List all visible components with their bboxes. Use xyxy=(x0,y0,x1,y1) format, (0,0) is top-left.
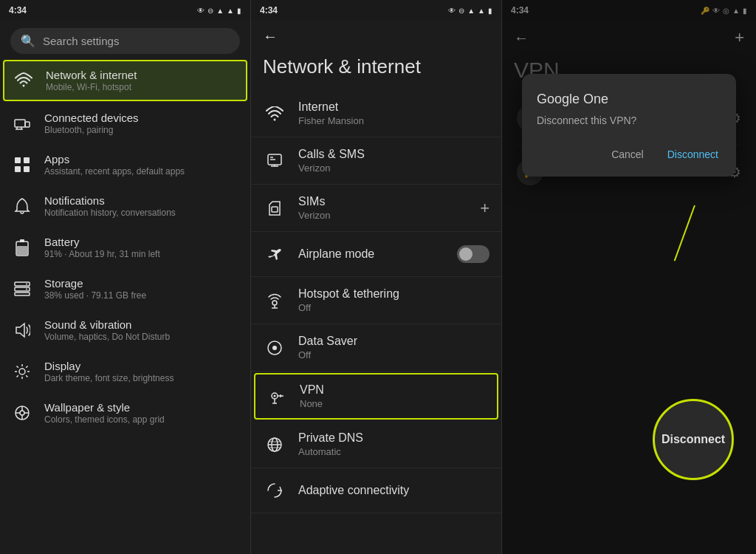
connected-devices-subtitle: Bluetooth, pairing xyxy=(44,125,238,135)
connected-devices-text: Connected devices Bluetooth, pairing xyxy=(44,112,238,135)
airplane-title: Airplane mode xyxy=(298,247,445,261)
svg-rect-2 xyxy=(25,122,30,127)
net-item-data-saver[interactable]: Data Saver Off xyxy=(251,324,501,372)
settings-item-connected-devices[interactable]: Connected devices Bluetooth, pairing xyxy=(0,103,250,144)
net-item-private-dns[interactable]: Private DNS Automatic xyxy=(251,421,501,468)
svg-rect-6 xyxy=(15,157,21,163)
sims-add-icon[interactable]: + xyxy=(480,199,489,218)
vpn-net-icon xyxy=(264,385,288,408)
wallpaper-icon xyxy=(12,403,32,423)
calls-title: Calls & SMS xyxy=(298,148,489,161)
private-dns-subtitle: Automatic xyxy=(298,446,489,457)
battery-title: Battery xyxy=(44,236,238,248)
sound-icon xyxy=(12,320,32,341)
net-item-internet[interactable]: Internet Fisher Mansion xyxy=(251,90,501,137)
sound-text: Sound & vibration Volume, haptics, Do No… xyxy=(44,318,238,342)
svg-marker-18 xyxy=(16,324,24,337)
notifications-subtitle: Notification history, conversations xyxy=(44,208,238,218)
notifications-title: Notifications xyxy=(44,194,238,207)
internet-subtitle: Fisher Mansion xyxy=(298,115,489,126)
status-icons-2: 👁 ⊖ ▲ ▲ ▮ xyxy=(448,7,492,15)
wallpaper-title: Wallpaper & style xyxy=(44,401,238,414)
sim-icon xyxy=(263,196,286,220)
adaptive-icon xyxy=(263,479,286,502)
adaptive-text: Adaptive connectivity xyxy=(298,484,489,497)
sims-title: SIMs xyxy=(298,195,468,208)
search-bar[interactable]: 🔍 Search settings xyxy=(10,28,240,54)
settings-item-notifications[interactable]: Notifications Notification history, conv… xyxy=(0,185,250,227)
settings-item-wallpaper[interactable]: Wallpaper & style Colors, themed icons, … xyxy=(0,392,250,434)
svg-rect-7 xyxy=(24,157,30,163)
storage-subtitle: 38% used · 79.11 GB free xyxy=(44,290,238,301)
internet-title: Internet xyxy=(298,100,489,114)
apps-text: Apps Assistant, recent apps, default app… xyxy=(44,153,238,177)
status-bar-1: 4:34 👁 ⊖ ▲ ▲ ▮ xyxy=(0,0,250,21)
svg-rect-12 xyxy=(17,246,27,255)
airplane-toggle[interactable] xyxy=(457,245,489,263)
apps-subtitle: Assistant, recent apps, default apps xyxy=(44,166,238,177)
apps-title: Apps xyxy=(44,153,238,165)
settings-item-storage[interactable]: Storage 38% used · 79.11 GB free xyxy=(0,268,250,310)
net-item-hotspot[interactable]: Hotspot & tethering Off xyxy=(251,277,501,324)
disconnect-annotation-circle: Disconnect xyxy=(653,399,734,480)
net-item-airplane[interactable]: Airplane mode xyxy=(251,232,501,277)
data-saver-icon xyxy=(263,336,286,360)
svg-point-41 xyxy=(272,301,277,305)
data-saver-text: Data Saver Off xyxy=(298,335,489,360)
notifications-icon xyxy=(12,196,32,216)
network-item-text: Network & internet Mobile, Wi-Fi, hotspo… xyxy=(46,69,237,92)
airplane-icon xyxy=(263,242,286,266)
notifications-text: Notifications Notification history, conv… xyxy=(44,194,238,218)
settings-item-apps[interactable]: Apps Assistant, recent apps, default app… xyxy=(0,144,250,185)
svg-point-16 xyxy=(26,284,27,285)
signal-icon: ▲ xyxy=(227,7,234,15)
svg-point-0 xyxy=(23,85,25,87)
data-saver-title: Data Saver xyxy=(298,335,489,348)
vpn-net-title: VPN xyxy=(300,383,488,397)
adaptive-title: Adaptive connectivity xyxy=(298,484,489,497)
svg-rect-8 xyxy=(15,166,21,172)
status-time-2: 4:34 xyxy=(260,5,278,16)
battery-icon-2: ▮ xyxy=(488,7,492,15)
wallpaper-subtitle: Colors, themed icons, app grid xyxy=(44,414,238,425)
display-subtitle: Dark theme, font size, brightness xyxy=(44,373,238,383)
airplane-text: Airplane mode xyxy=(298,247,445,261)
settings-item-display[interactable]: Display Dark theme, font size, brightnes… xyxy=(0,351,250,392)
net-item-calls[interactable]: Calls & SMS Verizon xyxy=(251,137,501,185)
network-item-subtitle: Mobile, Wi-Fi, hotspot xyxy=(46,82,237,92)
battery-text: Battery 91% · About 19 hr, 31 min left xyxy=(44,236,238,259)
status-time-1: 4:34 xyxy=(9,5,27,16)
net-item-vpn[interactable]: VPN None xyxy=(254,373,498,420)
settings-list: Network & internet Mobile, Wi-Fi, hotspo… xyxy=(0,58,250,554)
hotspot-subtitle: Off xyxy=(298,302,489,313)
settings-item-network[interactable]: Network & internet Mobile, Wi-Fi, hotspo… xyxy=(3,60,247,101)
vpn-disconnect-dialog: Google One Disconnect this VPN? Cancel D… xyxy=(522,74,736,177)
network-panel-title: Network & internet xyxy=(251,49,501,90)
dialog-cancel-button[interactable]: Cancel xyxy=(608,144,647,165)
svg-point-19 xyxy=(19,369,25,375)
svg-rect-11 xyxy=(20,239,24,242)
net-item-sims[interactable]: SIMs Verizon + xyxy=(251,185,501,232)
eye-icon: 👁 xyxy=(197,7,205,15)
wifi-icon xyxy=(13,70,34,91)
settings-item-sound[interactable]: Sound & vibration Volume, haptics, Do No… xyxy=(0,310,250,351)
dialog-message: Disconnect this VPN? xyxy=(537,114,721,126)
battery-settings-icon xyxy=(12,237,32,258)
internet-text: Internet Fisher Mansion xyxy=(298,100,489,126)
back-button-2[interactable]: ← xyxy=(263,28,278,45)
signal-icon-2: ▲ xyxy=(478,7,485,15)
display-text: Display Dark theme, font size, brightnes… xyxy=(44,360,238,383)
settings-item-battery[interactable]: Battery 91% · About 19 hr, 31 min left xyxy=(0,227,250,268)
storage-icon xyxy=(12,278,32,299)
dialog-disconnect-button[interactable]: Disconnect xyxy=(664,144,721,165)
storage-title: Storage xyxy=(44,277,238,290)
net-item-adaptive[interactable]: Adaptive connectivity xyxy=(251,468,501,513)
display-icon xyxy=(12,361,32,382)
svg-point-29 xyxy=(20,411,24,415)
airplane-toggle-thumb xyxy=(459,247,472,261)
sims-subtitle: Verizon xyxy=(298,210,468,221)
status-bar-2: 4:34 👁 ⊖ ▲ ▲ ▮ xyxy=(251,0,501,21)
svg-line-24 xyxy=(17,366,18,368)
svg-line-25 xyxy=(26,375,27,377)
disconnect-annotation-label: Disconnect xyxy=(662,433,725,446)
